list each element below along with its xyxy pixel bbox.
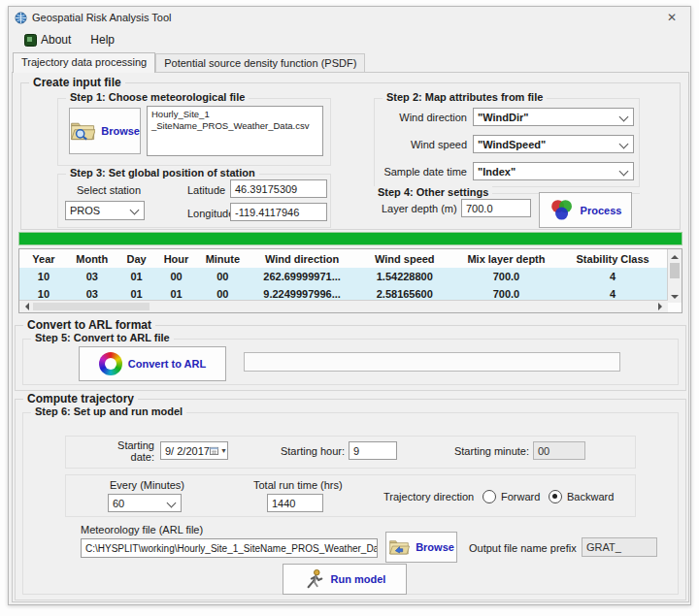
close-button[interactable]: ✕ (659, 11, 684, 24)
menu-about[interactable]: About (17, 31, 79, 49)
met-arl-file-label: Meteorology file (ARL file) (81, 523, 275, 536)
browse-arl-button[interactable]: Browse (385, 532, 457, 563)
calendar-icon (210, 446, 218, 455)
latitude-input[interactable]: 46.39175309 (230, 179, 327, 198)
scroll-right-icon[interactable] (658, 303, 666, 310)
wind-speed-label: Wind speed (382, 135, 467, 153)
chevron-down-icon: ▼ (220, 447, 227, 454)
tab-strip: Trajectory data processing Potential sou… (13, 51, 686, 73)
col-year[interactable]: Year (19, 249, 68, 268)
table-row[interactable]: 10 03 01 00 00 262.69999971... 1.5422880… (19, 268, 668, 285)
convert-progress-bar (244, 352, 620, 372)
step1-title: Step 1: Choose meteorological file (66, 91, 249, 103)
cell-wind-direction: 262.69999971... (250, 268, 354, 285)
menu-about-label: About (41, 33, 71, 47)
tab-psdf[interactable]: Potential source density function (PSDF) (155, 53, 365, 73)
cell-wind-direction: 9.2249997996... (250, 285, 354, 301)
convert-to-arl-button[interactable]: Convert to ARL (79, 346, 226, 381)
cell-month: 03 (68, 285, 116, 301)
col-hour[interactable]: Hour (157, 249, 196, 268)
table-horizontal-scrollbar[interactable] (19, 300, 668, 312)
wind-speed-value: "WindSpeed" (478, 139, 546, 150)
wind-direction-select[interactable]: "WindDir" (473, 108, 634, 126)
cell-mix-layer-depth: 700.0 (455, 268, 558, 285)
table-vertical-scrollbar[interactable] (667, 249, 682, 303)
scroll-up-icon[interactable] (671, 251, 679, 259)
met-file-name-box: Hourly_Site_1 _SiteName_PROS_Weather_Dat… (147, 106, 323, 156)
starting-date-value: 9/ 2/2017 (165, 445, 210, 457)
wind-direction-label: Wind direction (382, 108, 467, 126)
sample-date-time-select[interactable]: "Index" (473, 162, 634, 180)
step6-title: Step 6: Set up and run model (31, 405, 186, 417)
col-minute[interactable]: Minute (195, 249, 250, 268)
output-prefix-input: GRAT_ (582, 537, 657, 557)
cell-minute: 00 (195, 285, 250, 301)
scrollbar-thumb[interactable] (670, 263, 680, 278)
col-stability-class[interactable]: Stability Class (557, 249, 668, 268)
scroll-left-icon[interactable] (21, 303, 29, 310)
starting-hour-input[interactable]: 9 (349, 441, 397, 460)
menu-help[interactable]: Help (83, 31, 122, 49)
compute-trajectory-title: Compute trajectory (23, 392, 138, 405)
process-progress-bar (18, 232, 682, 245)
run-model-button[interactable]: Run model (283, 564, 407, 595)
radio-forward[interactable]: Forward (483, 489, 540, 504)
process-progress-fill (19, 233, 682, 244)
title-bar: Geospatial Risk Analysis Tool ✕ (9, 7, 690, 28)
process-icon (549, 198, 575, 223)
select-station-label: Select station (77, 183, 174, 197)
radio-icon (483, 490, 496, 503)
col-wind-speed[interactable]: Wind speed (354, 249, 455, 268)
output-prefix-label: Output file name prefix (469, 541, 578, 555)
step5-title: Step 5: Convert to ARL file (31, 332, 174, 343)
scroll-down-icon[interactable] (671, 295, 679, 303)
folder-arrow-icon (388, 538, 410, 556)
chevron-down-icon (619, 167, 629, 177)
chevron-down-icon (619, 140, 629, 149)
cell-stability-class: 4 (557, 268, 668, 285)
tab-trajectory-data-processing[interactable]: Trajectory data processing (13, 52, 155, 73)
total-run-time-label: Total run time (hrs) (253, 478, 360, 492)
step3-title: Step 3: Set global position of station (66, 167, 259, 178)
every-minutes-label: Every (Minutes) (110, 478, 216, 492)
total-run-time-input[interactable]: 1440 (267, 494, 323, 512)
create-input-file-title: Create input file (29, 76, 125, 89)
weather-data-table: Year Month Day Hour Minute Wind directio… (18, 248, 682, 313)
process-button[interactable]: Process (539, 192, 632, 228)
starting-minute-label: Starting minute: (453, 444, 529, 458)
col-day[interactable]: Day (116, 249, 157, 268)
chevron-down-icon (130, 206, 140, 215)
wind-direction-value: "WindDir" (478, 112, 529, 123)
menu-bar: About Help (9, 28, 690, 51)
chevron-down-icon (619, 113, 629, 122)
sample-date-time-value: "Index" (478, 166, 516, 178)
col-mix-layer-depth[interactable]: Mix layer depth (455, 249, 558, 268)
radio-backward[interactable]: Backward (549, 489, 614, 504)
backward-label: Backward (567, 491, 614, 503)
wind-speed-select[interactable]: "WindSpeed" (473, 135, 634, 153)
every-minutes-value: 60 (113, 498, 124, 509)
cell-wind-speed: 2.58165600 (354, 285, 455, 301)
convert-to-arl-label: Convert to ARL (128, 358, 206, 370)
cell-month: 03 (68, 268, 116, 285)
menu-help-label: Help (90, 33, 115, 47)
col-wind-direction[interactable]: Wind direction (250, 249, 354, 268)
longitude-input[interactable]: -119.4117946 (230, 203, 327, 221)
col-month[interactable]: Month (68, 249, 116, 268)
layer-depth-input[interactable]: 700.0 (461, 199, 531, 217)
station-select[interactable]: PROS (65, 201, 145, 220)
table-row[interactable]: 10 03 01 01 00 9.2249997996... 2.5816560… (19, 285, 668, 301)
cell-minute: 00 (195, 268, 250, 285)
about-icon (24, 34, 37, 47)
met-arl-file-input[interactable]: C:\HYSPLIT\working\Hourly_Site_1_SiteNam… (81, 538, 378, 558)
latitude-label: Latitude (187, 183, 228, 197)
browse-met-file-button[interactable]: Browse (69, 108, 141, 154)
convert-arl-title: Convert to ARL format (23, 318, 155, 332)
every-minutes-select[interactable]: 60 (108, 494, 182, 512)
step4-title: Step 4: Other settings (374, 186, 492, 198)
radio-icon (549, 490, 562, 503)
starting-date-picker[interactable]: 9/ 2/2017 ▼ (160, 441, 228, 460)
cell-wind-speed: 1.54228800 (354, 268, 455, 285)
cell-hour: 01 (157, 285, 196, 301)
scrollbar-thumb[interactable] (33, 303, 150, 310)
